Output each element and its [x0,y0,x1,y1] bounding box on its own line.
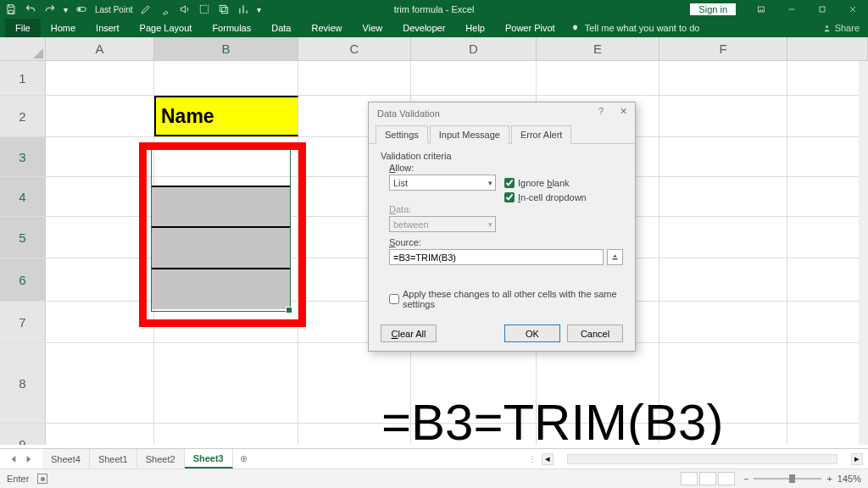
cancel-button[interactable]: Cancel [567,324,623,342]
row-header-8[interactable]: 8 [0,343,46,423]
ignore-blank-checkbox[interactable]: Ignore blank [504,178,570,188]
tab-formulas[interactable]: Formulas [202,19,261,37]
tab-help[interactable]: Help [455,19,495,37]
cell[interactable] [659,96,787,136]
collapse-dialog-icon[interactable] [607,249,623,265]
sheet-tab-sheet2[interactable]: Sheet2 [137,449,185,469]
svg-point-1 [78,8,81,11]
macro-record-icon[interactable] [37,474,47,484]
share-button[interactable]: Share [822,23,860,33]
cell[interactable] [298,61,411,95]
dialog-tab-settings[interactable]: Settings [376,125,428,144]
hscroll-left-icon[interactable]: ◂ [542,453,554,465]
toggle-icon[interactable] [75,3,87,15]
dialog-title-bar[interactable]: Data Validation ? ✕ [369,103,635,125]
cell[interactable] [659,61,787,95]
col-header-b[interactable]: B [154,37,298,60]
qat-more[interactable]: ▾ [257,5,261,14]
hscroll-right-icon[interactable]: ▸ [851,453,863,465]
close-icon[interactable] [837,0,868,19]
sign-in-button[interactable]: Sign in [690,3,736,15]
sheet-nav-next-icon[interactable] [25,455,32,463]
col-header-f[interactable]: F [659,37,787,60]
row-header-3[interactable]: 3 [0,137,46,176]
source-input[interactable] [389,249,604,265]
svg-rect-5 [759,7,765,12]
allow-label: llow: [395,163,414,173]
col-header-c[interactable]: C [298,37,411,60]
cell[interactable] [154,61,298,95]
data-dropdown: between ▾ [389,216,496,232]
ok-button[interactable]: OK [504,324,560,342]
cell[interactable] [411,61,537,95]
ribbon-options-icon[interactable] [746,0,776,19]
select-icon[interactable] [198,3,210,15]
col-header-d[interactable]: D [411,37,537,60]
bulb-icon [570,24,580,33]
vertical-scrollbar[interactable] [859,61,868,445]
cell[interactable] [537,61,659,95]
copy-icon[interactable] [218,3,230,15]
hscroll-track[interactable] [567,454,837,464]
col-header-e[interactable]: E [537,37,659,60]
qat-last-point[interactable]: Last Point [95,5,132,14]
sheet-tab-sheet1[interactable]: Sheet1 [90,449,137,469]
cell[interactable] [46,96,154,136]
brush-icon[interactable] [159,3,171,15]
tab-page-layout[interactable]: Page Layout [130,19,203,37]
sheet-nav-prev-icon[interactable] [10,455,17,463]
tab-home[interactable]: Home [41,19,86,37]
dialog-close-icon[interactable]: ✕ [616,106,630,117]
source-label: ource: [395,237,421,247]
status-bar: Enter − + 145% [0,469,868,488]
row-header-4[interactable]: 4 [0,177,46,216]
minimize-icon[interactable] [776,0,807,19]
select-all-corner[interactable] [0,37,46,60]
view-pagelayout-icon[interactable] [699,472,716,485]
allow-dropdown[interactable]: List ▾ [389,175,496,191]
zoom-slider[interactable] [754,478,821,480]
save-icon[interactable] [5,3,17,15]
incell-dropdown-checkbox[interactable]: In-cell dropdown [504,192,587,202]
dialog-tab-error-alert[interactable]: Error Alert [511,125,572,144]
tab-view[interactable]: View [353,19,393,37]
dialog-help-icon[interactable]: ? [594,106,608,117]
tab-developer[interactable]: Developer [392,19,455,37]
undo-icon[interactable] [25,3,36,15]
dialog-tab-input-message[interactable]: Input Message [430,125,509,144]
row-header-6[interactable]: 6 [0,258,46,301]
chart-icon[interactable] [237,3,249,15]
redo-icon[interactable] [44,3,56,15]
zoom-level[interactable]: 145% [837,474,861,484]
view-normal-icon[interactable] [681,472,698,485]
zoom-in-icon[interactable]: + [826,474,832,484]
tab-file[interactable]: File [5,19,41,37]
pen-icon[interactable] [140,3,152,15]
clear-all-button[interactable]: Clear All [381,324,437,342]
cell-b2-name[interactable]: Name [154,96,298,136]
tab-power-pivot[interactable]: Power Pivot [495,19,565,37]
new-sheet-button[interactable]: ⊕ [233,449,255,469]
cell[interactable] [46,61,154,95]
dialog-tabs: Settings Input Message Error Alert [369,125,635,144]
maximize-icon[interactable] [807,0,837,19]
col-header-extra[interactable] [787,37,868,60]
view-pagebreak-icon[interactable] [718,472,735,485]
zoom-out-icon[interactable]: − [743,474,748,484]
tell-me-search[interactable]: Tell me what you want to do [570,23,700,33]
apply-all-checkbox[interactable]: Apply these changes to all other cells w… [389,289,623,309]
sheet-tab-sheet4[interactable]: Sheet4 [42,449,90,469]
tab-data[interactable]: Data [261,19,301,37]
sheet-tab-bar: Sheet4 Sheet1 Sheet2 Sheet3 ⊕ ⋮ ◂ ▸ [0,448,868,469]
col-header-a[interactable]: A [46,37,154,60]
row-header-9[interactable]: 9 [0,424,46,445]
row-header-7[interactable]: 7 [0,302,46,342]
sheet-tab-sheet3[interactable]: Sheet3 [185,449,233,469]
row-header-5[interactable]: 5 [0,217,46,258]
row-header-2[interactable]: 2 [0,96,46,136]
tab-review[interactable]: Review [301,19,352,37]
speak-icon[interactable] [179,3,191,15]
row-header-1[interactable]: 1 [0,61,46,95]
tab-insert[interactable]: Insert [86,19,130,37]
svg-rect-2 [201,5,209,13]
